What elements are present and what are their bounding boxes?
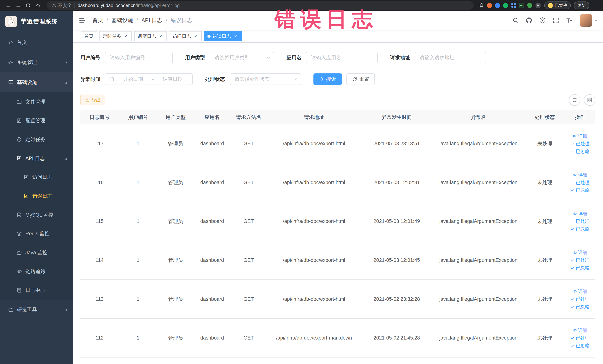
- date-range-picker[interactable]: 开始日期 - 结束日期: [105, 73, 193, 85]
- mark-ignored-link[interactable]: 已忽略: [570, 304, 590, 310]
- security-chip[interactable]: 不安全: [52, 2, 72, 9]
- address-bar[interactable]: 不安全 dashboard.yudao.iocoder.cn/infra/log…: [47, 1, 474, 10]
- bookmark-star-icon[interactable]: [478, 2, 485, 9]
- reset-button[interactable]: 重置: [347, 73, 375, 85]
- detail-link[interactable]: 详细: [573, 250, 587, 255]
- mark-processed-link[interactable]: 已处理: [570, 180, 590, 186]
- sidebar-item-redis-monitor[interactable]: Redis 监控: [0, 224, 73, 243]
- close-icon[interactable]: ×: [193, 34, 198, 39]
- sidebar-item-error-log[interactable]: 错误日志: [0, 187, 73, 205]
- sidebar-item-scheduled-jobs[interactable]: 定时任务: [0, 130, 73, 149]
- sidebar-item-access-log[interactable]: 访问日志: [0, 168, 73, 187]
- sidebar-item-dev-tools[interactable]: 研发工具▾: [0, 300, 73, 320]
- breadcrumb-item[interactable]: 基础设施: [111, 17, 133, 24]
- close-icon[interactable]: ×: [123, 34, 128, 39]
- columns-button[interactable]: [584, 94, 595, 106]
- export-button[interactable]: 导出: [81, 94, 105, 105]
- refresh-button[interactable]: [569, 94, 580, 106]
- select-placeholder: 请选择用户类型: [215, 54, 250, 61]
- tab-access-log[interactable]: 访问日志×: [169, 31, 202, 41]
- detail-link[interactable]: 详细: [573, 133, 587, 139]
- github-button[interactable]: [526, 17, 532, 23]
- sidebar-item-file-mgmt[interactable]: 文件管理: [0, 92, 73, 111]
- docs-button[interactable]: [539, 17, 546, 23]
- search-button[interactable]: 搜索: [313, 73, 342, 85]
- sidebar-item-java-monitor[interactable]: Java 监控: [0, 243, 73, 262]
- detail-link[interactable]: 详细: [573, 172, 587, 178]
- sidebar-item-log-center[interactable]: 日志中心: [0, 281, 73, 300]
- tab-scheduled-jobs[interactable]: 定时任务×: [99, 31, 132, 41]
- user-id-input[interactable]: [105, 52, 173, 63]
- tab-schedule-log[interactable]: 调度日志×: [134, 31, 167, 41]
- cell-status: 未处理: [525, 241, 565, 280]
- extension-grid-icon: [511, 3, 516, 8]
- mark-processed-link[interactable]: 已处理: [570, 257, 590, 263]
- mark-ignored-link[interactable]: 已忽略: [570, 187, 590, 193]
- warning-icon: [52, 3, 56, 8]
- extension-grid-icon[interactable]: [510, 2, 517, 9]
- mark-ignored-link[interactable]: 已忽略: [570, 265, 590, 271]
- request-url-input[interactable]: [415, 52, 486, 63]
- search-button-header[interactable]: [512, 17, 519, 23]
- update-button[interactable]: 更新: [574, 1, 589, 9]
- detail-link[interactable]: 详细: [573, 289, 587, 294]
- tab-home[interactable]: 首页: [81, 31, 97, 41]
- row-actions: 详细已处理已忽略: [565, 289, 595, 310]
- user-menu[interactable]: ▾: [580, 14, 597, 27]
- user-type-select[interactable]: 请选择用户类型: [210, 52, 274, 63]
- filter-app-name: 应用名: [287, 52, 378, 63]
- column-header: 异常发生时间: [361, 110, 432, 124]
- back-icon[interactable]: ←: [4, 1, 12, 10]
- tab-error-log[interactable]: 错误日志×: [204, 31, 242, 41]
- mark-ignored-link[interactable]: 已忽略: [570, 149, 590, 154]
- forward-icon[interactable]: →: [14, 1, 23, 10]
- logo-title: 芋道管理系统: [21, 18, 58, 25]
- extension-blue-icon[interactable]: [494, 2, 501, 9]
- extension-green-icon[interactable]: [502, 2, 509, 9]
- fullscreen-button[interactable]: [553, 17, 559, 23]
- sidebar-item-infrastructure[interactable]: 基础设施▴: [0, 72, 73, 92]
- sidebar-item-config-mgmt[interactable]: 配置管理: [0, 111, 73, 130]
- close-icon[interactable]: ×: [158, 34, 163, 39]
- extension-on-icon[interactable]: on: [519, 2, 525, 9]
- sidebar-item-system-mgmt[interactable]: 系统管理▾: [0, 52, 73, 72]
- check-icon: [570, 336, 575, 340]
- monitor-icon: [8, 80, 13, 85]
- extension-pin-icon[interactable]: [534, 2, 541, 9]
- check-icon: [570, 149, 575, 153]
- hamburger-icon[interactable]: [73, 17, 92, 24]
- search-icon: [319, 77, 324, 82]
- filter-label: 用户类型: [185, 54, 205, 61]
- logo[interactable]: 芋道管理系统: [0, 11, 73, 32]
- breadcrumb-item[interactable]: API 日志: [141, 17, 162, 24]
- navbar: 首页/基础设施/API 日志/错误日志 ▾: [73, 11, 603, 30]
- cell-user_type: 管理员: [157, 163, 194, 202]
- app-name-input[interactable]: [306, 52, 378, 63]
- screen: ← → 不安全 dashboard.yudao.iocoder.cn/infra…: [0, 0, 603, 364]
- detail-link[interactable]: 详细: [573, 211, 587, 217]
- detail-link[interactable]: 详细: [573, 328, 587, 333]
- on-badge: on: [520, 4, 523, 7]
- sidebar-item-mysql-monitor[interactable]: MySQL 监控: [0, 205, 73, 224]
- mark-processed-link[interactable]: 已处理: [570, 335, 590, 341]
- mark-processed-link[interactable]: 已处理: [570, 141, 590, 146]
- paused-badge[interactable]: 已暂停: [544, 1, 571, 9]
- extension-orange-icon[interactable]: [486, 2, 493, 9]
- mark-processed-link[interactable]: 已处理: [570, 296, 590, 302]
- cell-url: /api/infra/db-doc/export-html: [267, 241, 361, 280]
- mark-ignored-link[interactable]: 已忽略: [570, 226, 590, 232]
- browser-home-icon[interactable]: [34, 1, 42, 10]
- sidebar-item-api-log[interactable]: API 日志▴: [0, 149, 73, 168]
- close-icon[interactable]: ×: [233, 34, 238, 39]
- security-label: 不安全: [58, 2, 72, 9]
- extension-leaf-icon[interactable]: [527, 2, 533, 9]
- mark-ignored-link[interactable]: 已忽略: [570, 343, 590, 348]
- sidebar-item-trace[interactable]: 链路追踪: [0, 262, 73, 281]
- sidebar-item-home[interactable]: 首页: [0, 32, 73, 52]
- font-size-button[interactable]: [566, 17, 573, 23]
- reload-icon[interactable]: [24, 1, 33, 10]
- browser-menu-icon[interactable]: ⋮: [591, 2, 599, 9]
- breadcrumb-item[interactable]: 首页: [92, 17, 103, 24]
- process-status-select[interactable]: 请选择处理状态: [230, 73, 301, 85]
- mark-processed-link[interactable]: 已处理: [570, 218, 590, 224]
